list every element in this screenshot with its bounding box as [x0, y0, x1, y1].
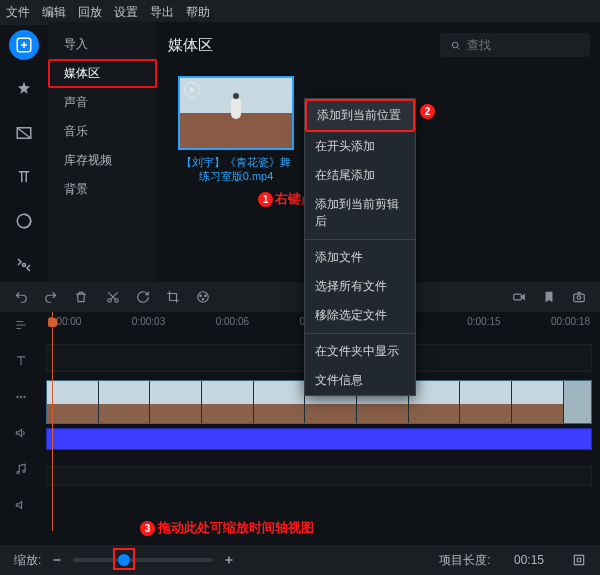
ruler-t6: 00:00:18	[551, 316, 590, 336]
sidebar-item-media[interactable]: 媒体区	[48, 59, 157, 88]
menu-export[interactable]: 导出	[150, 4, 174, 21]
redo-icon[interactable]	[44, 290, 58, 304]
tl-settings-icon[interactable]	[14, 318, 28, 332]
panel-header: 媒体区	[168, 28, 590, 62]
track-music[interactable]	[46, 466, 592, 486]
ctx-sep-1	[305, 239, 415, 240]
zoom-knob[interactable]	[118, 554, 130, 566]
thumb-caption-line2: 练习室版0.mp4	[178, 169, 294, 183]
tool-effects[interactable]	[9, 74, 39, 104]
cut-icon[interactable]	[106, 290, 120, 304]
menu-help[interactable]: 帮助	[186, 4, 210, 21]
tl-video-icon[interactable]	[14, 390, 28, 404]
badge-3: 3	[140, 521, 155, 536]
ctx-add-file[interactable]: 添加文件	[305, 243, 415, 272]
search-input[interactable]	[467, 38, 580, 52]
sidebar-item-music[interactable]: 音乐	[48, 117, 157, 146]
thumb-figure	[229, 93, 243, 123]
panel-title: 媒体区	[168, 36, 213, 55]
svg-point-18	[23, 470, 25, 472]
thumb-caption-line1: 【刘宇】《青花瓷》舞	[178, 155, 294, 169]
color-icon[interactable]	[196, 290, 210, 304]
ctx-select-all[interactable]: 选择所有文件	[305, 272, 415, 301]
tl-music-icon[interactable]	[14, 462, 28, 476]
thumb-caption: 【刘宇】《青花瓷》舞 练习室版0.mp4	[178, 155, 294, 183]
zoom-slider[interactable]	[73, 558, 213, 562]
ctx-add-current-label: 添加到当前位置	[317, 108, 401, 122]
timeline-left-tools	[0, 312, 42, 545]
svg-point-9	[205, 295, 207, 297]
track-audio[interactable]	[46, 428, 592, 450]
ruler-t1: 0:00:03	[132, 316, 165, 336]
project-length-value: 00:15	[514, 553, 544, 567]
menu-file[interactable]: 文件	[6, 4, 30, 21]
sidebar-item-sound[interactable]: 声音	[48, 88, 157, 117]
ctx-add-start[interactable]: 在开头添加	[305, 132, 415, 161]
tool-transitions[interactable]	[9, 118, 39, 148]
media-thumb[interactable]: 【刘宇】《青花瓷》舞 练习室版0.mp4	[178, 76, 294, 183]
search-box[interactable]	[440, 33, 590, 57]
media-sidebar: 导入 媒体区 声音 音乐 库存视频 背景	[48, 22, 158, 282]
video-frame	[47, 381, 99, 423]
tl-volume2-icon[interactable]	[14, 498, 28, 512]
svg-point-14	[17, 396, 18, 397]
ctx-add-after-clip[interactable]: 添加到当前剪辑后	[305, 190, 415, 236]
sidebar-item-stock[interactable]: 库存视频	[48, 146, 157, 175]
zoom-in-icon[interactable]	[223, 554, 235, 566]
rotate-icon[interactable]	[136, 290, 150, 304]
svg-point-17	[17, 471, 19, 473]
svg-rect-19	[574, 555, 583, 564]
fit-icon[interactable]	[572, 553, 586, 567]
callout-3-text: 拖动此处可缩放时间轴视图	[158, 519, 314, 537]
svg-point-15	[20, 396, 21, 397]
tool-titles[interactable]	[9, 162, 39, 192]
video-frame	[150, 381, 202, 423]
svg-point-16	[24, 396, 25, 397]
svg-point-10	[202, 299, 204, 301]
timeline: 0:00:00 0:00:03 0:00:06 0:00:09 0:00:12 …	[0, 312, 600, 545]
search-icon	[450, 39, 461, 52]
ctx-add-current[interactable]: 添加到当前位置 2	[305, 99, 415, 132]
badge-2: 2	[420, 104, 435, 119]
video-frame	[254, 381, 306, 423]
video-frame	[460, 381, 512, 423]
thumb-image[interactable]	[178, 76, 294, 150]
record-icon[interactable]	[512, 290, 526, 304]
menu-edit[interactable]: 编辑	[42, 4, 66, 21]
sidebar-item-background[interactable]: 背景	[48, 175, 157, 204]
crop-icon[interactable]	[166, 290, 180, 304]
tool-more[interactable]	[9, 250, 39, 280]
svg-point-8	[200, 295, 202, 297]
tool-add-media[interactable]	[9, 30, 39, 60]
ctx-show-in-folder[interactable]: 在文件夹中显示	[305, 337, 415, 366]
tl-volume-icon[interactable]	[14, 426, 28, 440]
ruler-t2: 0:00:06	[216, 316, 249, 336]
svg-rect-12	[574, 294, 585, 302]
playhead[interactable]	[52, 312, 53, 531]
tl-text-icon[interactable]	[14, 354, 28, 368]
menu-play[interactable]: 回放	[78, 4, 102, 21]
sidebar-item-import[interactable]: 导入	[48, 30, 157, 59]
marker-icon[interactable]	[542, 290, 556, 304]
zoom-label: 缩放:	[14, 552, 41, 569]
timeline-toolbar	[0, 282, 600, 312]
undo-icon[interactable]	[14, 290, 28, 304]
svg-point-4	[452, 42, 458, 48]
tool-rail	[0, 22, 48, 282]
snapshot-icon[interactable]	[572, 290, 586, 304]
svg-rect-11	[514, 294, 522, 300]
tool-stickers[interactable]	[9, 206, 39, 236]
ctx-remove-selected[interactable]: 移除选定文件	[305, 301, 415, 330]
video-frame	[409, 381, 461, 423]
ctx-add-end[interactable]: 在结尾添加	[305, 161, 415, 190]
project-length-label: 项目长度:	[439, 552, 490, 569]
video-frame	[202, 381, 254, 423]
zoom-out-icon[interactable]	[51, 554, 63, 566]
menu-settings[interactable]: 设置	[114, 4, 138, 21]
delete-icon[interactable]	[74, 290, 88, 304]
context-menu: 添加到当前位置 2 在开头添加 在结尾添加 添加到当前剪辑后 添加文件 选择所有…	[304, 98, 416, 396]
play-icon	[184, 82, 200, 98]
ctx-sep-2	[305, 333, 415, 334]
callout-3: 3 拖动此处可缩放时间轴视图	[140, 519, 314, 537]
ctx-file-info[interactable]: 文件信息	[305, 366, 415, 395]
